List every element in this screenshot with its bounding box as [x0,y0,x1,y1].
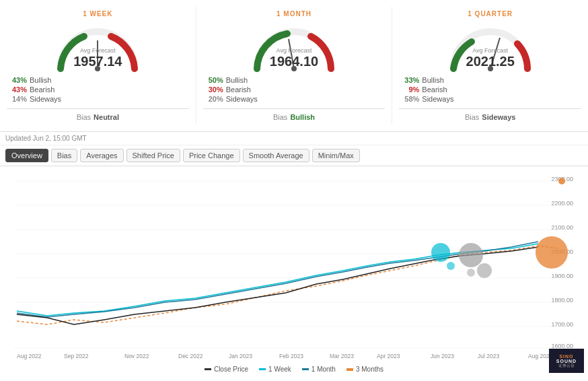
svg-point-38 [536,236,568,269]
avg-forecast-label-quarter: Avg Forecast [466,47,515,54]
month-dot [302,368,309,370]
chart-area: 2300.00 2200.00 2100.00 2000.00 1900.00 … [0,166,588,361]
logo-sub: 证券云音 [558,363,575,368]
chart-legend: Close Price 1 Week 1 Month 3 Months [0,361,588,376]
logo: SINO SOUND 证券云音 [549,349,584,373]
chart-svg: 2300.00 2200.00 2100.00 2000.00 1900.00 … [0,166,588,361]
legend-quarter-label: 3 Months [356,366,383,373]
svg-point-37 [447,262,455,270]
svg-text:Apr 2023: Apr 2023 [377,353,400,359]
logo-text2: SOUND [556,359,577,363]
svg-text:Jun 2023: Jun 2023 [431,353,454,359]
period-label-week: 1 WEEK [83,10,112,18]
svg-text:Aug 2022: Aug 2022 [17,353,42,359]
tab-averages[interactable]: Averages [80,149,123,162]
period-label-month: 1 MONTH [277,10,311,18]
svg-text:Mar 2023: Mar 2023 [330,353,354,359]
svg-point-35 [467,269,475,277]
gauge-week: Avg Forecast 1957.14 [50,20,145,71]
stats-quarter: 33%Bullish 9%Bearish 58%Sideways [399,76,581,104]
svg-text:Jul 2023: Jul 2023 [478,353,499,359]
gauge-quarter: Avg Forecast 2021.25 [443,20,538,71]
period-label-quarter: 1 QUARTER [468,10,513,18]
svg-text:1800.00: 1800.00 [551,297,573,304]
svg-text:Nov 2022: Nov 2022 [124,353,149,359]
legend-quarter: 3 Months [346,366,383,373]
svg-text:Dec 2022: Dec 2022 [178,353,203,359]
tab-overview[interactable]: Overview [5,149,48,162]
logo-text: SINO [559,354,573,359]
stats-week: 43%Bullish 43%Bearish 14%Sideways [7,76,189,104]
avg-forecast-label-week: Avg Forecast [73,47,122,54]
avg-forecast-label-month: Avg Forecast [270,47,318,54]
week-panel: 1 WEEK Avg Forecast 1957.14 43%Bullish 4… [0,7,196,125]
tab-smooth-average[interactable]: Smooth Average [243,149,309,162]
quarter-dot [346,368,353,371]
legend-close-label: Close Price [214,366,248,373]
forecast-value-quarter: 2021.25 [466,54,515,69]
gauge-month: Avg Forecast 1964.10 [247,20,341,71]
stats-month: 50%Bullish 30%Bearish 20%Sideways [203,76,385,104]
legend-close: Close Price [205,366,248,373]
svg-point-33 [459,243,483,267]
tab-bias[interactable]: Bias [51,149,77,162]
tab-bar: Overview Bias Averages Shifted Price Pri… [0,145,588,166]
forecast-value-week: 1957.14 [73,54,122,69]
svg-point-36 [431,243,450,262]
svg-text:Feb 2023: Feb 2023 [279,353,303,359]
week-dot [259,368,266,370]
tab-shifted-price[interactable]: Shifted Price [126,149,180,162]
svg-text:1700.00: 1700.00 [551,321,573,328]
forecast-value-month: 1964.10 [270,54,318,69]
legend-week-label: 1 Week [268,366,291,373]
close-dot [205,368,211,370]
svg-text:Sep 2022: Sep 2022 [64,353,89,359]
legend-month: 1 Month [302,366,336,373]
svg-text:2100.00: 2100.00 [551,224,573,231]
svg-text:Jan 2023: Jan 2023 [229,353,252,359]
forecast-section: 1 WEEK Avg Forecast 1957.14 43%Bullish 4… [0,0,588,132]
svg-point-34 [477,263,492,278]
svg-text:2200.00: 2200.00 [551,200,573,207]
tab-price-change[interactable]: Price Change [183,149,240,162]
quarter-panel: 1 QUARTER Avg Forecast 2021.25 33%Bullis… [392,7,588,125]
legend-month-label: 1 Month [311,366,336,373]
tab-minim-max[interactable]: Minim/Max [312,149,360,162]
svg-point-39 [558,178,565,184]
legend-week: 1 Week [259,366,291,373]
updated-bar: Updated Jun 2, 15:00 GMT [0,132,588,145]
month-panel: 1 MONTH Avg Forecast 1964.10 50%Bullish … [196,7,393,125]
svg-text:1900.00: 1900.00 [551,273,573,279]
